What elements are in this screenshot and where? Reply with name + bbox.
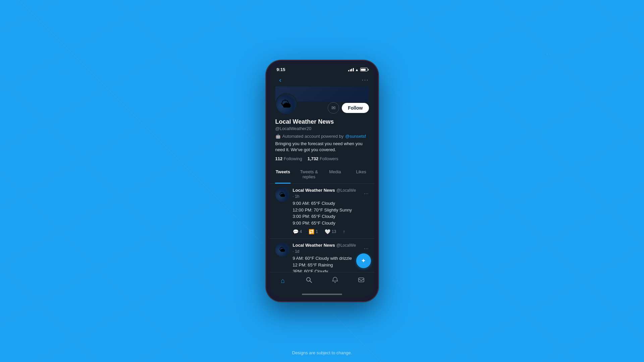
followers-count: 1,732 xyxy=(308,156,319,161)
share-action-1[interactable]: ↑ xyxy=(343,229,345,234)
message-button[interactable]: ✉ xyxy=(328,102,339,114)
nav-search[interactable] xyxy=(296,275,322,286)
signal-bar-3 xyxy=(351,69,352,71)
profile-tabs: Tweets Tweets & replies Media Likes xyxy=(270,165,374,184)
tweet-time-2: · 1d xyxy=(293,249,300,254)
tweet-avatar-2: 🌥 xyxy=(275,243,289,257)
wifi-icon: ▲ xyxy=(355,68,359,72)
profile-actions: ✉ Follow xyxy=(328,102,369,114)
status-time: 9:15 xyxy=(277,67,285,72)
status-icons: ▲ xyxy=(348,68,367,72)
svg-line-1 xyxy=(310,281,312,283)
top-nav: ‹ ··· xyxy=(270,73,374,86)
signal-bar-1 xyxy=(348,70,349,71)
avatar xyxy=(275,93,297,115)
tweet-item: 🌥 Local Weather News @LocalWe · 1h ··· 9… xyxy=(270,184,374,239)
tweet-handle-2: @LocalWe xyxy=(336,243,356,248)
nav-messages[interactable] xyxy=(348,275,374,286)
profile-name: Local Weather News xyxy=(275,118,369,125)
tweet-avatar-1: 🌥 xyxy=(275,188,289,202)
tweet-name-1: Local Weather News xyxy=(293,188,335,193)
retweet-count-1: 1 xyxy=(316,229,318,234)
tweet-text-1: 9:00 AM: 65°F Cloudy 12:00 PM: 70°F Slig… xyxy=(293,200,369,226)
phone-screen: 9:15 ▲ ‹ ··· xyxy=(270,64,374,298)
avatar-image xyxy=(276,94,296,114)
reply-icon-1: 💬 xyxy=(293,229,299,234)
profile-header: ✉ Follow xyxy=(275,102,369,115)
footer-note: Designs are subject to change. xyxy=(292,350,352,355)
tweet-author-1: Local Weather News @LocalWe · 1h xyxy=(293,188,364,199)
followers-stat[interactable]: 1,732 Followers xyxy=(308,156,338,161)
profile-bio-line: 🤖 Automated account powered by @sunsetsf xyxy=(275,134,369,139)
reply-action-1[interactable]: 💬 4 xyxy=(293,229,302,234)
profile-section: ✉ Follow Local Weather News @LocalWeathe… xyxy=(270,86,374,161)
tweet-header-2: Local Weather News @LocalWe · 1d ··· xyxy=(293,243,369,254)
battery-icon xyxy=(360,68,368,71)
home-icon: ⌂ xyxy=(281,277,285,285)
tab-tweets-replies[interactable]: Tweets & replies xyxy=(296,165,322,183)
compose-icon: ✦ xyxy=(361,257,366,264)
like-action-1[interactable]: 🤍 13 xyxy=(325,229,336,234)
message-icon: ✉ xyxy=(331,105,336,111)
following-stat[interactable]: 112 Following xyxy=(275,156,302,161)
signal-bars-icon xyxy=(348,68,354,71)
tab-tweets[interactable]: Tweets xyxy=(270,165,296,183)
tweet-name-2: Local Weather News xyxy=(293,243,335,248)
tweet-more-1[interactable]: ··· xyxy=(364,191,369,196)
tweet-header-1: Local Weather News @LocalWe · 1h ··· xyxy=(293,188,369,199)
search-icon xyxy=(306,277,312,285)
following-count: 112 xyxy=(275,156,283,161)
tweet-content-1: Local Weather News @LocalWe · 1h ··· 9:0… xyxy=(293,188,369,234)
nav-home[interactable]: ⌂ xyxy=(270,275,296,286)
tweet-author-2: Local Weather News @LocalWe · 1d xyxy=(293,243,364,254)
tweet-time-1: · 1h xyxy=(293,194,300,199)
tweet-avatar-image-2: 🌥 xyxy=(275,243,289,257)
home-indicator xyxy=(270,291,374,298)
follow-button[interactable]: Follow xyxy=(342,103,369,113)
back-button[interactable]: ‹ xyxy=(275,76,285,84)
svg-rect-2 xyxy=(359,278,364,282)
retweet-action-1[interactable]: 🔁 1 xyxy=(309,229,318,234)
phone-frame: 9:15 ▲ ‹ ··· xyxy=(266,60,378,302)
tweet-handle-1: @LocalWe xyxy=(336,188,356,193)
reply-count-1: 4 xyxy=(300,229,302,234)
content-scroll[interactable]: ✉ Follow Local Weather News @LocalWeathe… xyxy=(270,86,374,272)
home-bar xyxy=(302,294,342,295)
profile-description: Bringing you the forecast you need when … xyxy=(275,141,369,153)
signal-bar-4 xyxy=(353,68,354,71)
tab-media[interactable]: Media xyxy=(322,165,348,183)
mail-icon xyxy=(358,277,365,285)
robot-icon: 🤖 xyxy=(275,134,281,139)
tweet-avatar-image-1: 🌥 xyxy=(275,188,289,202)
share-icon-1: ↑ xyxy=(343,229,345,234)
more-button[interactable]: ··· xyxy=(362,76,369,83)
like-count-1: 13 xyxy=(332,229,336,234)
like-icon-1: 🤍 xyxy=(325,229,330,234)
signal-bar-2 xyxy=(350,69,351,71)
battery-fill xyxy=(361,69,366,71)
tab-likes[interactable]: Likes xyxy=(348,165,374,183)
compose-fab-button[interactable]: ✦ xyxy=(356,253,371,268)
retweet-icon-1: 🔁 xyxy=(309,229,314,234)
bio-link[interactable]: @sunsetsf xyxy=(345,134,366,139)
nav-notifications[interactable] xyxy=(322,275,348,286)
bottom-nav: ⌂ xyxy=(270,272,374,291)
bio-prefix-text: Automated account powered by xyxy=(282,134,344,139)
tweet-actions-1: 💬 4 🔁 1 🤍 13 ↑ xyxy=(293,229,369,234)
profile-handle: @LocalWeather20 xyxy=(275,126,369,131)
profile-stats: 112 Following 1,732 Followers xyxy=(275,156,369,161)
followers-label-text: Followers xyxy=(320,156,338,161)
tweet-more-2[interactable]: ··· xyxy=(364,246,369,251)
status-bar: 9:15 ▲ xyxy=(270,64,374,73)
bell-icon xyxy=(332,277,338,285)
following-label-text: Following xyxy=(284,156,302,161)
